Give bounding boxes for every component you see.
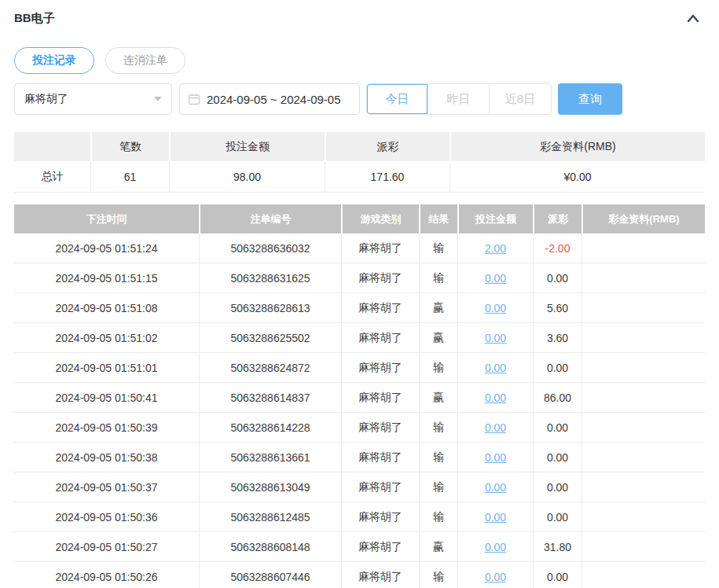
jackpot-cell [581, 413, 705, 443]
jackpot-cell [581, 562, 705, 588]
bet-amount-link[interactable]: 0.00 [485, 272, 506, 285]
order-number-cell: 5063288613661 [199, 443, 341, 472]
order-number-cell: 5063288625502 [199, 323, 341, 353]
search-button[interactable]: 查询 [558, 83, 622, 115]
game-category-cell: 麻将胡了 [341, 472, 419, 502]
quick-filter-yesterday[interactable]: 昨日 [428, 84, 490, 114]
bet-amount-link[interactable]: 0.00 [485, 481, 506, 494]
payout-cell: 31.80 [533, 532, 581, 562]
summary-total-row: 总计 61 98.00 171.60 ¥0.00 [14, 161, 705, 193]
payout-cell: 0.00 [533, 413, 581, 443]
order-number-cell: 5063288613049 [199, 472, 341, 502]
bet-time-cell: 2024-09-05 01:51:15 [14, 263, 199, 293]
bet-amount-link[interactable]: 0.00 [485, 362, 506, 374]
bet-amount-cell: 0.00 [457, 532, 533, 562]
payout-cell: 86.00 [533, 383, 581, 413]
bet-time-cell: 2024-09-05 01:50:26 [14, 562, 199, 588]
header-game-category: 游戏类别 [341, 204, 419, 233]
game-category-cell: 麻将胡了 [341, 233, 419, 263]
result-cell: 输 [419, 562, 457, 588]
order-number-cell: 5063288608148 [199, 532, 341, 562]
jackpot-cell [581, 443, 705, 472]
bet-amount-link[interactable]: 0.00 [485, 571, 506, 583]
tab-bet-records[interactable]: 投注记录 [14, 47, 94, 74]
bet-amount-link[interactable]: 0.00 [485, 391, 506, 404]
bet-amount-link[interactable]: 2.00 [485, 242, 506, 255]
bet-amount-link[interactable]: 0.00 [485, 332, 506, 344]
game-category-cell: 麻将胡了 [341, 263, 419, 293]
payout-cell: 3.60 [533, 323, 581, 353]
date-range-value: 2024-09-05 ~ 2024-09-05 [207, 93, 341, 106]
summary-header-empty [14, 132, 90, 161]
table-row: 2024-09-05 01:51:24 5063288636032 麻将胡了 输… [14, 233, 705, 263]
order-number-cell: 5063288631625 [199, 263, 341, 293]
bet-amount-cell: 0.00 [457, 443, 533, 472]
filter-bar: 麻将胡了 2024-09-05 ~ 2024-09-05 今日 昨日 近8日 查… [14, 83, 705, 115]
game-category-cell: 麻将胡了 [341, 293, 419, 323]
jackpot-cell [581, 532, 705, 562]
result-cell: 输 [419, 233, 457, 263]
result-cell: 赢 [419, 293, 457, 323]
order-number-cell: 5063288624872 [199, 353, 341, 383]
page-title: BB电子 [14, 11, 55, 26]
payout-cell: 0.00 [533, 443, 581, 472]
summary-table: 笔数 投注金额 派彩 彩金资料(RMB) 总计 61 98.00 171.60 … [14, 132, 705, 193]
summary-total-bet-amount: 98.00 [169, 161, 325, 193]
bet-time-cell: 2024-09-05 01:51:01 [14, 353, 199, 383]
order-number-cell: 5063288628613 [199, 293, 341, 323]
jackpot-cell [581, 383, 705, 413]
collapse-panel-button[interactable] [686, 13, 700, 24]
table-row: 2024-09-05 01:50:27 5063288608148 麻将胡了 赢… [14, 532, 705, 562]
bet-amount-cell: 0.00 [457, 353, 533, 383]
bet-amount-cell: 0.00 [457, 502, 533, 532]
bet-table-body: 2024-09-05 01:51:24 5063288636032 麻将胡了 输… [14, 233, 705, 588]
bet-amount-link[interactable]: 0.00 [485, 421, 506, 434]
header-result: 结果 [419, 204, 457, 233]
payout-cell: -2.00 [533, 233, 581, 263]
order-number-cell: 5063288636032 [199, 233, 341, 263]
header-bet-time: 下注时间 [14, 204, 199, 233]
quick-filter-last-8-days[interactable]: 近8日 [490, 84, 551, 114]
bet-records-table: 下注时间 注单编号 游戏类别 结果 投注金额 派彩 彩金资料(RMB) 2024… [14, 204, 705, 588]
game-select[interactable]: 麻将胡了 [14, 83, 172, 115]
chevron-up-icon [686, 13, 700, 24]
table-row: 2024-09-05 01:50:39 5063288614228 麻将胡了 输… [14, 413, 705, 443]
tab-cancelled-orders[interactable]: 连消注单 [105, 47, 185, 74]
game-category-cell: 麻将胡了 [341, 353, 419, 383]
bet-records-panel: BB电子 投注记录 连消注单 麻将胡了 2024-09-05 ~ 2024-09… [0, 0, 719, 588]
table-row: 2024-09-05 01:50:37 5063288613049 麻将胡了 输… [14, 472, 705, 502]
bet-time-cell: 2024-09-05 01:51:08 [14, 293, 199, 323]
table-row: 2024-09-05 01:51:02 5063288625502 麻将胡了 赢… [14, 323, 705, 353]
jackpot-cell [581, 233, 705, 263]
header-payout: 派彩 [533, 204, 581, 233]
game-category-cell: 麻将胡了 [341, 562, 419, 588]
payout-cell: 0.00 [533, 353, 581, 383]
bet-time-cell: 2024-09-05 01:51:24 [14, 233, 199, 263]
result-cell: 输 [419, 472, 457, 502]
order-number-cell: 5063288612485 [199, 502, 341, 532]
table-row: 2024-09-05 01:51:08 5063288628613 麻将胡了 赢… [14, 293, 705, 323]
order-number-cell: 5063288607446 [199, 562, 341, 588]
bet-amount-cell: 0.00 [457, 562, 533, 588]
bet-amount-cell: 2.00 [457, 233, 533, 263]
bet-time-cell: 2024-09-05 01:50:37 [14, 472, 199, 502]
summary-total-jackpot: ¥0.00 [449, 161, 705, 193]
table-row: 2024-09-05 01:50:41 5063288614837 麻将胡了 赢… [14, 383, 705, 413]
bet-time-cell: 2024-09-05 01:50:41 [14, 383, 199, 413]
payout-cell: 0.00 [533, 562, 581, 588]
game-select-value: 麻将胡了 [24, 92, 68, 106]
bet-amount-link[interactable]: 0.00 [485, 541, 506, 553]
game-category-cell: 麻将胡了 [341, 383, 419, 413]
bet-amount-link[interactable]: 0.00 [485, 451, 506, 464]
bet-amount-link[interactable]: 0.00 [485, 511, 506, 524]
game-category-cell: 麻将胡了 [341, 532, 419, 562]
summary-total-count: 61 [90, 161, 169, 193]
chevron-down-icon [154, 97, 162, 101]
game-category-cell: 麻将胡了 [341, 323, 419, 353]
date-range-input[interactable]: 2024-09-05 ~ 2024-09-05 [179, 83, 360, 115]
bet-table-header-row: 下注时间 注单编号 游戏类别 结果 投注金额 派彩 彩金资料(RMB) [14, 204, 705, 233]
panel-header: BB电子 [14, 11, 705, 30]
quick-filter-today[interactable]: 今日 [367, 84, 428, 114]
bet-amount-link[interactable]: 0.00 [485, 302, 506, 314]
header-jackpot: 彩金资料(RMB) [581, 204, 705, 233]
